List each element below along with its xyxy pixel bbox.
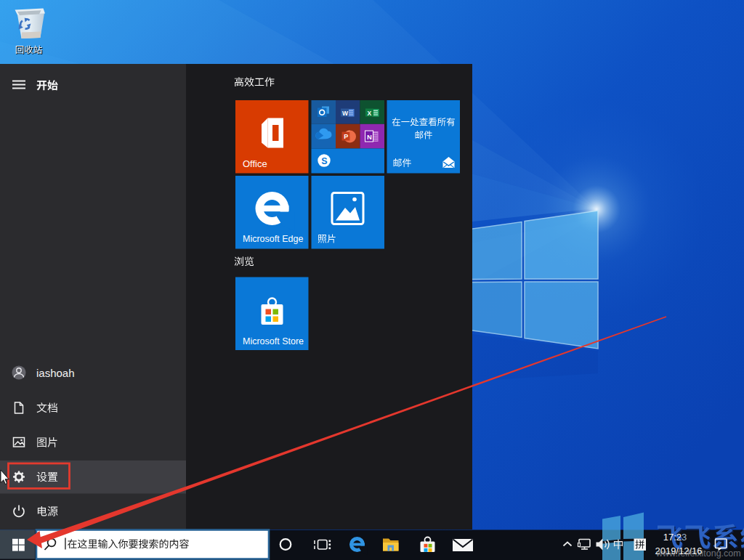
svg-text:S: S xyxy=(321,156,327,166)
svg-text:W: W xyxy=(342,110,349,117)
svg-text:X: X xyxy=(368,110,372,117)
svg-text:2019/12/16: 2019/12/16 xyxy=(655,545,702,556)
svg-text:N: N xyxy=(367,133,372,141)
svg-text:Office: Office xyxy=(243,158,267,169)
svg-text:P: P xyxy=(344,133,348,140)
svg-text:iashoah: iashoah xyxy=(36,367,75,379)
svg-text:Microsoft Edge: Microsoft Edge xyxy=(243,234,303,244)
svg-text:Microsoft Store: Microsoft Store xyxy=(243,336,304,346)
svg-text:17:23: 17:23 xyxy=(663,532,687,543)
